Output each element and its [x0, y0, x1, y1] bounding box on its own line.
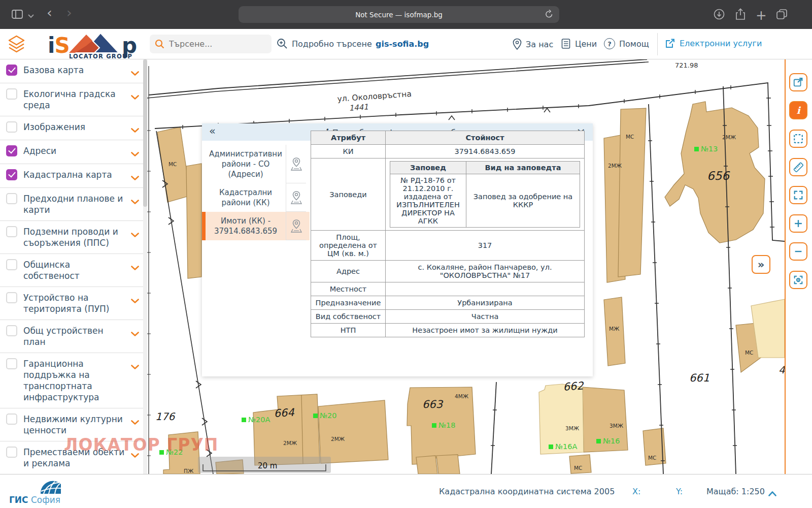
- new-tab-icon[interactable]: +: [756, 8, 767, 23]
- table-row: Предназначение Урбанизирана: [311, 296, 585, 310]
- tab-property[interactable]: Имоти (КК) - 37914.6843.659: [202, 212, 310, 240]
- chevron-down-icon[interactable]: [131, 263, 139, 272]
- checkbox-unchecked[interactable]: [6, 88, 17, 100]
- prices-link[interactable]: Цени: [561, 38, 597, 49]
- parcel-number: 664: [274, 406, 295, 420]
- checkbox-checked[interactable]: [6, 145, 17, 156]
- checkbox-unchecked[interactable]: [6, 414, 17, 425]
- external-link-icon: [665, 38, 675, 49]
- reload-icon[interactable]: [545, 10, 553, 20]
- checkbox-unchecked[interactable]: [6, 447, 17, 458]
- chevron-down-icon[interactable]: [131, 362, 139, 371]
- table-row: Адрес с. Кокаляне, район Панчарево, ул. …: [311, 261, 585, 282]
- chevron-down-icon[interactable]: [131, 125, 139, 135]
- checkbox-unchecked[interactable]: [6, 325, 17, 336]
- zoom-out-button[interactable]: [789, 242, 807, 261]
- chevron-down-icon[interactable]: [131, 68, 139, 78]
- chevron-down-icon[interactable]: [131, 92, 139, 102]
- checkbox-checked[interactable]: [6, 65, 17, 76]
- checkbox-unchecked[interactable]: [6, 358, 17, 369]
- sidebar-item-underground-utilities[interactable]: Подземни проводи и съоръжения (ППС): [0, 221, 147, 254]
- sidebar-item-addresses[interactable]: Адреси: [0, 140, 147, 164]
- detailed-search-link[interactable]: Подробно търсене: [277, 38, 372, 49]
- sidebar-item-images[interactable]: Изображения: [0, 116, 147, 140]
- downloads-icon[interactable]: [713, 8, 725, 22]
- sidebar-item-previous-plans[interactable]: Предходни планове и карти: [0, 188, 147, 221]
- back-button[interactable]: ‹: [47, 6, 52, 19]
- checkbox-unchecked[interactable]: [6, 226, 17, 237]
- search-input[interactable]: [169, 39, 265, 49]
- sidebar-item-cadastral-map[interactable]: Кадастрална карта: [0, 164, 147, 188]
- address-label: №18: [438, 421, 456, 429]
- gis-sofia-brand[interactable]: ГИС София: [9, 495, 60, 505]
- full-extent-button[interactable]: [789, 186, 807, 204]
- sidebar-item-warranty-infrastructure[interactable]: Гаранционна поддръжка на транспортната и…: [0, 353, 147, 408]
- building-label: 2МЖ: [722, 134, 736, 140]
- checkbox-checked[interactable]: [6, 169, 17, 180]
- sidebar-item-municipal-property[interactable]: Общинска собственост: [0, 254, 147, 287]
- help-link[interactable]: ? Помощ: [604, 38, 649, 49]
- chevron-down-icon[interactable]: [131, 230, 139, 239]
- parcel-number: 176: [155, 410, 176, 423]
- building-label: МС: [574, 465, 582, 471]
- map-pin-icon: [286, 183, 306, 212]
- status-bar: ГИС София Кадастрална координатна систем…: [0, 474, 812, 508]
- chevron-down-icon[interactable]: [28, 11, 34, 20]
- popup-tab-list: Административни райони - СО (Адреси) Кад…: [202, 145, 310, 240]
- chevron-down-icon[interactable]: [131, 417, 139, 427]
- parcel-number: 663: [422, 398, 444, 410]
- url-bar[interactable]: Not Secure — isofmap.bg: [239, 6, 559, 23]
- help-icon: ?: [604, 38, 615, 49]
- gis-sofia-link[interactable]: gis-sofia.bg: [376, 39, 429, 49]
- tab-admin-regions[interactable]: Административни райони - СО (Адреси): [202, 145, 310, 183]
- screen: ‹ › Not Secure — isofmap.bg + iS: [0, 0, 812, 508]
- eservices-link[interactable]: Електронни услуги: [665, 38, 762, 49]
- locate-icon: [793, 274, 804, 285]
- map-pin-icon: [286, 145, 306, 183]
- chevron-down-icon[interactable]: [131, 197, 139, 206]
- isofmap-logo[interactable]: iS: [48, 33, 70, 58]
- checkbox-unchecked[interactable]: [6, 193, 17, 204]
- checkbox-unchecked[interactable]: [6, 121, 17, 133]
- sidebar-item-general-plan[interactable]: Общ устройствен план: [0, 320, 147, 353]
- layers-icon[interactable]: [7, 35, 26, 56]
- svg-text:20 m: 20 m: [258, 461, 277, 470]
- tab-overview-icon[interactable]: [775, 8, 789, 22]
- collapse-panel-button[interactable]: »: [752, 255, 770, 274]
- app-header: iS p LOCATOR GROUP Real Estate Подробно …: [0, 29, 812, 59]
- map-pin-icon: [286, 212, 306, 240]
- chevron-down-icon[interactable]: [131, 149, 139, 158]
- sidebar-scrollbar[interactable]: [143, 59, 147, 474]
- open-external-button[interactable]: [789, 73, 807, 91]
- select-area-button[interactable]: [789, 130, 807, 148]
- search-box[interactable]: [150, 35, 272, 53]
- browser-chrome: ‹ › Not Secure — isofmap.bg +: [0, 0, 812, 29]
- feature-info-popup: « iПодробна информация за обект × Админи…: [202, 123, 593, 376]
- chevron-down-icon[interactable]: [131, 329, 139, 338]
- sidebar-item-base-map[interactable]: Базова карта: [0, 59, 147, 83]
- locate-button[interactable]: [789, 271, 807, 289]
- chevron-down-icon[interactable]: [131, 173, 139, 182]
- parcel-number: 661: [689, 372, 709, 384]
- chevron-down-icon[interactable]: [131, 296, 139, 305]
- forward-button[interactable]: ›: [66, 6, 72, 19]
- statusbar-collapse-icon[interactable]: [768, 489, 776, 498]
- gis-sofia-logo-icon: [39, 478, 62, 497]
- tab-cadastral-regions[interactable]: Кадастрални райони (КК): [202, 183, 310, 212]
- address-point: [694, 147, 699, 151]
- about-link[interactable]: За нас: [513, 38, 553, 50]
- layers-sidebar: Базова карта Екологична градска среда Из…: [0, 59, 147, 474]
- zoom-in-button[interactable]: [789, 214, 807, 233]
- address-point: [549, 444, 553, 449]
- sidebar-item-territory-plan[interactable]: Устройство на територията (ПУП): [0, 287, 147, 320]
- identify-button[interactable]: i: [789, 101, 807, 119]
- sidebar-toggle-icon[interactable]: [11, 9, 23, 22]
- checkbox-unchecked[interactable]: [6, 259, 17, 270]
- measure-button[interactable]: [789, 158, 807, 176]
- share-icon[interactable]: [734, 8, 747, 23]
- header-divider: [657, 33, 658, 55]
- building-label: МЖ: [609, 326, 620, 332]
- checkbox-unchecked[interactable]: [6, 292, 17, 303]
- y-coordinate-label: Y:: [676, 487, 683, 496]
- sidebar-item-ecology[interactable]: Екологична градска среда: [0, 83, 147, 116]
